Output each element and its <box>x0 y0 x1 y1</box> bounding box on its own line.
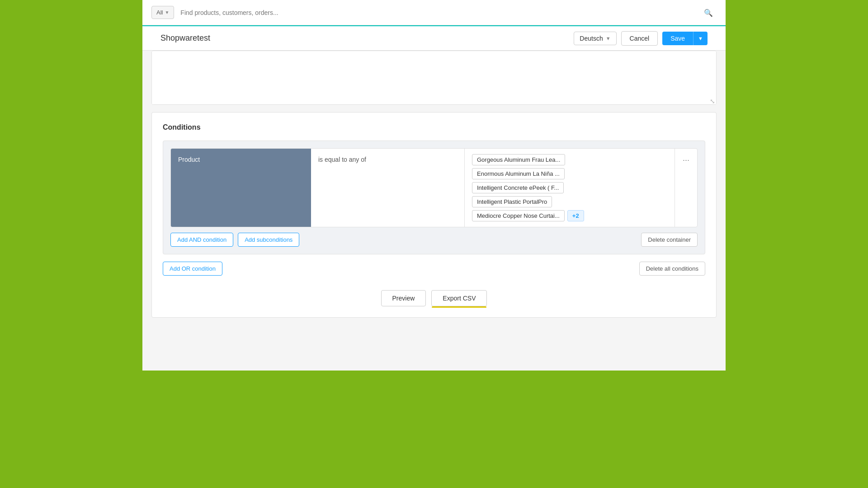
search-input-wrap: 🔍 <box>179 6 717 19</box>
add-or-condition-button[interactable]: Add OR condition <box>163 262 222 276</box>
tag-2[interactable]: Intelligent Concrete ePeek ( F... <box>472 182 564 193</box>
search-icon: 🔍 <box>704 8 713 17</box>
filter-all-label: All <box>156 9 163 16</box>
condition-values: Gorgeous Aluminum Frau Lea... Enormous A… <box>465 149 675 227</box>
tag-1[interactable]: Enormous Aluminum La Niña ... <box>472 168 565 179</box>
delete-container-button[interactable]: Delete container <box>641 233 698 247</box>
condition-operator[interactable]: is equal to any of <box>311 149 465 227</box>
add-and-condition-button[interactable]: Add AND condition <box>170 233 233 247</box>
condition-field[interactable]: Product <box>171 149 311 227</box>
tag-0[interactable]: Gorgeous Aluminum Frau Lea... <box>472 154 565 165</box>
content-area: ⤡ Conditions Product is equal to any of <box>142 51 726 334</box>
tag-3[interactable]: Intelligent Plastic PortalPro <box>472 196 552 207</box>
save-button-group: Save ▼ <box>662 32 708 45</box>
condition-actions-col: ··· <box>675 149 697 227</box>
export-csv-button[interactable]: Export CSV <box>431 290 487 306</box>
chevron-down-icon: ▼ <box>606 36 611 41</box>
condition-more-options-button[interactable]: ··· <box>681 154 691 166</box>
search-input[interactable] <box>179 6 717 19</box>
description-textarea[interactable] <box>152 51 716 104</box>
or-row: Add OR condition Delete all conditions <box>163 262 705 276</box>
condition-field-label: Product <box>178 156 200 163</box>
preview-export-row: Preview Export CSV <box>163 286 705 306</box>
chevron-down-icon: ▼ <box>165 10 169 15</box>
condition-tags-row: Gorgeous Aluminum Frau Lea... <box>472 154 667 165</box>
top-search-bar: All ▼ 🔍 <box>142 0 726 25</box>
delete-all-conditions-button[interactable]: Delete all conditions <box>639 262 705 276</box>
tag-4[interactable]: Mediocre Copper Nose Curtai... <box>472 210 565 221</box>
page-title: Shopwaretest <box>160 33 210 43</box>
description-card: ⤡ <box>151 51 717 105</box>
language-label: Deutsch <box>580 35 603 42</box>
condition-operator-label: is equal to any of <box>318 156 366 163</box>
save-button[interactable]: Save <box>662 32 693 45</box>
add-subconditions-button[interactable]: Add subconditions <box>238 233 299 247</box>
cancel-button[interactable]: Cancel <box>621 31 658 46</box>
admin-actions: Deutsch ▼ Cancel Save ▼ <box>574 31 708 46</box>
condition-tags-row-4: Intelligent Plastic PortalPro <box>472 196 667 207</box>
condition-row: Product is equal to any of Gorgeous Alum… <box>170 148 698 227</box>
condition-tags-row-3: Intelligent Concrete ePeek ( F... <box>472 182 667 193</box>
container-actions: Add AND condition Add subconditions Dele… <box>170 233 698 247</box>
condition-tags-row-5: Mediocre Copper Nose Curtai... +2 <box>472 210 667 221</box>
extra-count-badge[interactable]: +2 <box>567 210 584 221</box>
language-select[interactable]: Deutsch ▼ <box>574 32 616 45</box>
condition-container: Product is equal to any of Gorgeous Alum… <box>163 141 705 254</box>
admin-bar: Shopwaretest Deutsch ▼ Cancel Save ▼ <box>142 25 726 51</box>
chevron-down-icon: ▼ <box>698 36 703 41</box>
save-dropdown-arrow[interactable]: ▼ <box>693 32 708 45</box>
export-underline <box>432 306 486 308</box>
preview-button[interactable]: Preview <box>381 290 426 306</box>
export-csv-label: Export CSV <box>443 295 476 302</box>
container-actions-left: Add AND condition Add subconditions <box>170 233 299 247</box>
condition-tags-row-2: Enormous Aluminum La Niña ... <box>472 168 667 179</box>
conditions-title: Conditions <box>163 123 705 131</box>
resize-handle-icon: ⤡ <box>710 98 714 103</box>
search-filter-dropdown[interactable]: All ▼ <box>151 6 174 19</box>
conditions-card: Conditions Product is equal to any of <box>151 112 717 318</box>
